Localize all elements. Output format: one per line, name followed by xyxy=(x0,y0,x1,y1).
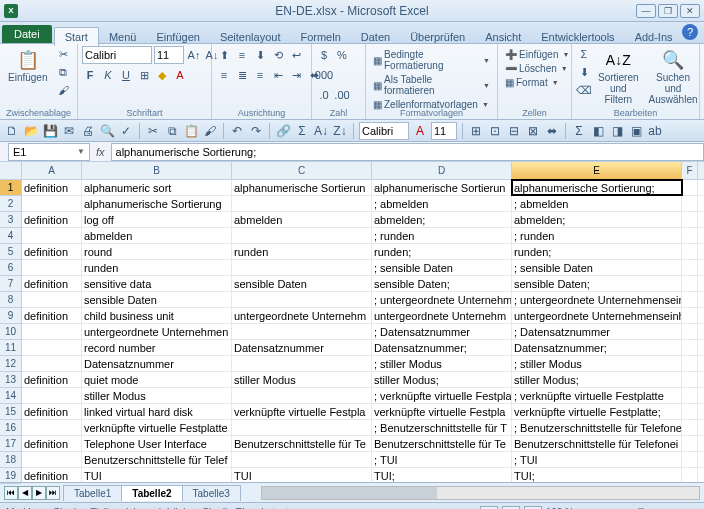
cell-E5[interactable]: runden; xyxy=(512,244,682,259)
percent-icon[interactable]: % xyxy=(334,47,350,63)
cell-C12[interactable] xyxy=(232,356,372,371)
cell-C2[interactable] xyxy=(232,196,372,211)
cell-A6[interactable] xyxy=(22,260,82,275)
cell-F14[interactable] xyxy=(682,388,698,403)
next-sheet-button[interactable]: ▶ xyxy=(32,486,46,500)
cell-B10[interactable]: untergeordnete Unternehmen xyxy=(82,324,232,339)
cell-E18[interactable]: ; TUI xyxy=(512,452,682,467)
cell-C9[interactable]: untergeordnete Unternehm xyxy=(232,308,372,323)
qat-borders-icon[interactable]: ⊞ xyxy=(468,123,484,139)
align-bottom-icon[interactable]: ⬇ xyxy=(252,47,268,63)
cell-D16[interactable]: ; Benutzerschnittstelle für T xyxy=(372,420,512,435)
row-header-9[interactable]: 9 xyxy=(0,308,21,324)
cell-B7[interactable]: sensitive data xyxy=(82,276,232,291)
increase-decimal-icon[interactable]: .0 xyxy=(316,87,332,103)
copy-icon[interactable]: ⧉ xyxy=(55,64,71,80)
align-middle-icon[interactable]: ≡ xyxy=(234,47,250,63)
orientation-icon[interactable]: ⟲ xyxy=(270,47,286,63)
cell-F7[interactable] xyxy=(682,276,698,291)
cell-F6[interactable] xyxy=(682,260,698,275)
formula-bar[interactable]: alphanumerische Sortierung; xyxy=(111,143,704,161)
qat-sigma-icon[interactable]: Σ xyxy=(571,123,587,139)
select-all-cell[interactable] xyxy=(0,162,21,180)
cell-C16[interactable] xyxy=(232,420,372,435)
cell-A7[interactable]: definition xyxy=(22,276,82,291)
row-header-18[interactable]: 18 xyxy=(0,452,21,468)
cell-A8[interactable] xyxy=(22,292,82,307)
cell-F10[interactable] xyxy=(682,324,698,339)
qat-misc3-icon[interactable]: ▣ xyxy=(628,123,644,139)
cell-D13[interactable]: stiller Modus; xyxy=(372,372,512,387)
comma-icon[interactable]: 000 xyxy=(316,67,332,83)
sheet-tab-tabelle3[interactable]: Tabelle3 xyxy=(182,485,241,501)
cell-F12[interactable] xyxy=(682,356,698,371)
page-break-button[interactable]: ⊞ xyxy=(524,506,542,510)
delete-cells-button[interactable]: ➖Löschen▼ xyxy=(502,62,571,75)
cell-E1[interactable]: alphanumerische Sortierung; xyxy=(512,180,682,195)
cell-D12[interactable]: ; stiller Modus xyxy=(372,356,512,371)
cut-icon[interactable]: ✂ xyxy=(55,46,71,62)
close-button[interactable]: ✕ xyxy=(680,4,700,18)
cell-D18[interactable]: ; TUI xyxy=(372,452,512,467)
format-painter-icon[interactable]: 🖌 xyxy=(55,82,71,98)
cell-F9[interactable] xyxy=(682,308,698,323)
cell-A11[interactable] xyxy=(22,340,82,355)
cell-D17[interactable]: Benutzerschnittstelle für Te xyxy=(372,436,512,451)
cell-D14[interactable]: ; verknüpfte virtuelle Festpla xyxy=(372,388,512,403)
cell-E9[interactable]: untergeordnete Unternehmenseinh xyxy=(512,308,682,323)
cell-C1[interactable]: alphanumerische Sortierun xyxy=(232,180,372,195)
cell-E15[interactable]: verknüpfte virtuelle Festplatte; xyxy=(512,404,682,419)
cell-D19[interactable]: TUI; xyxy=(372,468,512,482)
cell-C3[interactable]: abmelden xyxy=(232,212,372,227)
cell-D10[interactable]: ; Datensatznummer xyxy=(372,324,512,339)
cell-D8[interactable]: ; untergeordnete Unternehm xyxy=(372,292,512,307)
cell-F2[interactable] xyxy=(682,196,698,211)
find-select-button[interactable]: 🔍 Suchen und Auswählen xyxy=(645,46,702,107)
qat-open-icon[interactable]: 📂 xyxy=(23,123,39,139)
cell-A14[interactable] xyxy=(22,388,82,403)
cell-E13[interactable]: stiller Modus; xyxy=(512,372,682,387)
row-header-15[interactable]: 15 xyxy=(0,404,21,420)
qat-sum-icon[interactable]: Σ xyxy=(294,123,310,139)
cell-B3[interactable]: log off xyxy=(82,212,232,227)
underline-icon[interactable]: U xyxy=(118,67,134,83)
column-header-D[interactable]: D xyxy=(372,162,512,179)
qat-preview-icon[interactable]: 🔍 xyxy=(99,123,115,139)
cell-F1[interactable] xyxy=(682,180,698,195)
cell-A19[interactable]: definition xyxy=(22,468,82,482)
cell-B5[interactable]: round xyxy=(82,244,232,259)
increase-font-icon[interactable]: A↑ xyxy=(186,47,202,63)
row-header-10[interactable]: 10 xyxy=(0,324,21,340)
font-name-combo[interactable] xyxy=(82,46,152,64)
fill-color-icon[interactable]: ◆ xyxy=(154,67,170,83)
autosum-icon[interactable]: Σ xyxy=(576,46,592,62)
cell-D5[interactable]: runden; xyxy=(372,244,512,259)
currency-icon[interactable]: $ xyxy=(316,47,332,63)
qat-painter-icon[interactable]: 🖌 xyxy=(202,123,218,139)
cell-D1[interactable]: alphanumerische Sortierun xyxy=(372,180,512,195)
qat-redo-icon[interactable]: ↷ xyxy=(248,123,264,139)
cell-B11[interactable]: record number xyxy=(82,340,232,355)
cell-D4[interactable]: ; runden xyxy=(372,228,512,243)
name-box[interactable]: E1▼ xyxy=(8,143,90,161)
row-header-1[interactable]: 1 xyxy=(0,180,21,196)
cell-F8[interactable] xyxy=(682,292,698,307)
cell-B1[interactable]: alphanumeric sort xyxy=(82,180,232,195)
cell-A2[interactable] xyxy=(22,196,82,211)
cell-C4[interactable] xyxy=(232,228,372,243)
qat-zoom-icon[interactable]: ab xyxy=(647,123,663,139)
column-header-A[interactable]: A xyxy=(22,162,82,179)
cell-E17[interactable]: Benutzerschnittstelle für Telefonei xyxy=(512,436,682,451)
qat-borders2-icon[interactable]: ⊡ xyxy=(487,123,503,139)
qat-merge-icon[interactable]: ⬌ xyxy=(544,123,560,139)
fx-label[interactable]: fx xyxy=(90,146,111,158)
cell-C19[interactable]: TUI xyxy=(232,468,372,482)
prev-sheet-button[interactable]: ◀ xyxy=(18,486,32,500)
cell-E16[interactable]: ; Benutzerschnittstelle für Telefone xyxy=(512,420,682,435)
first-sheet-button[interactable]: ⏮ xyxy=(4,486,18,500)
border-icon[interactable]: ⊞ xyxy=(136,67,152,83)
qat-print-icon[interactable]: 🖨 xyxy=(80,123,96,139)
qat-mail-icon[interactable]: ✉ xyxy=(61,123,77,139)
cell-D7[interactable]: sensible Daten; xyxy=(372,276,512,291)
help-icon[interactable]: ? xyxy=(682,24,698,40)
